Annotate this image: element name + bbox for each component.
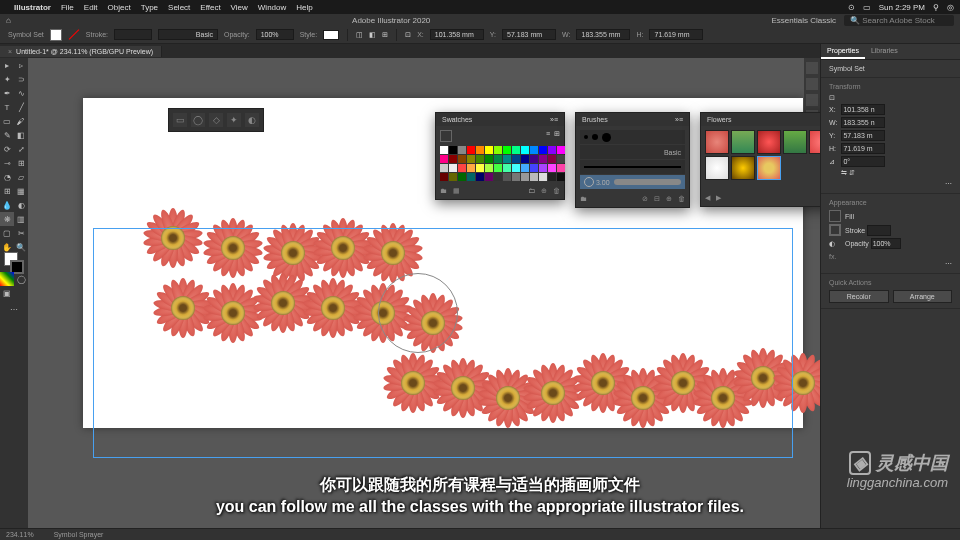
symbol-sprayer-tool[interactable]: ❋ (0, 212, 14, 226)
panel-menu-icon[interactable]: »≡ (675, 116, 683, 123)
prop-x-field[interactable] (841, 104, 885, 115)
opacity-field[interactable] (256, 29, 294, 40)
properties-tab[interactable]: Properties (821, 44, 865, 59)
new-brush-icon[interactable]: ⊕ (666, 195, 672, 203)
swatch[interactable] (530, 155, 538, 163)
prop-w-field[interactable] (841, 117, 885, 128)
battery-icon[interactable]: ▭ (863, 3, 871, 12)
close-tab-icon[interactable]: × (8, 48, 12, 55)
swatch[interactable] (440, 173, 448, 181)
swatch[interactable] (458, 173, 466, 181)
variable-width-profile[interactable]: Basic (158, 29, 218, 40)
brush-libraries-icon[interactable]: 🖿 (580, 195, 587, 203)
swatch[interactable] (530, 173, 538, 181)
shaper-tool[interactable]: ✎ (0, 128, 14, 142)
rotate-tool[interactable]: ⟳ (0, 142, 14, 156)
menu-effect[interactable]: Effect (200, 3, 220, 12)
reference-point-icon[interactable]: ⊡ (405, 31, 411, 39)
swatch[interactable] (458, 146, 466, 154)
swatch[interactable] (485, 164, 493, 172)
selection-tool[interactable]: ▸ (0, 58, 14, 72)
delete-swatch-icon[interactable]: 🗑 (553, 187, 560, 195)
swatch[interactable] (521, 164, 529, 172)
no-fill-icon[interactable] (68, 29, 80, 41)
swatch[interactable] (548, 146, 556, 154)
symbol-next-icon[interactable]: ▶ (716, 194, 721, 202)
swatch[interactable] (557, 155, 565, 163)
swatch[interactable] (503, 164, 511, 172)
prop-y-field[interactable] (841, 130, 885, 141)
swatch[interactable] (512, 146, 520, 154)
rectangle-tool[interactable]: ▭ (0, 114, 14, 128)
fill-stroke-swatches[interactable] (0, 254, 28, 272)
perspective-tool[interactable]: ▱ (14, 170, 28, 184)
swatch[interactable] (485, 155, 493, 163)
swatch[interactable] (458, 164, 466, 172)
swatch[interactable] (494, 173, 502, 181)
scale-tool[interactable]: ⤢ (14, 142, 28, 156)
brushes-panel[interactable]: Brushes»≡ Basic 3.00 🖿 ⊘ ⊟ ⊕ 🗑 (575, 112, 690, 208)
siri-icon[interactable]: ◎ (947, 3, 954, 12)
symbol-shifter-icon[interactable]: ▭ (173, 113, 187, 127)
w-field[interactable] (576, 29, 630, 40)
swatch[interactable] (557, 146, 565, 154)
fill-swatch[interactable] (829, 210, 841, 222)
symbol-spinner-icon[interactable]: ✦ (227, 113, 241, 127)
zoom-level[interactable]: 234.11% (6, 531, 34, 538)
align-icon[interactable]: ◫ (356, 31, 363, 39)
symbol-sizer-icon[interactable]: ◇ (209, 113, 223, 127)
swatch[interactable] (449, 164, 457, 172)
line-tool[interactable]: ╱ (14, 100, 28, 114)
wifi-icon[interactable]: ⊙ (848, 3, 855, 12)
swatches-panel-icon[interactable] (806, 78, 818, 90)
flower-symbol-instance[interactable] (361, 221, 425, 285)
draw-mode-icon[interactable]: ◯ (14, 272, 28, 286)
menu-type[interactable]: Type (141, 3, 158, 12)
symbol-item[interactable] (705, 130, 729, 154)
width-tool[interactable]: ⊸ (0, 156, 14, 170)
swatch[interactable] (476, 146, 484, 154)
swatch-kind-icon[interactable]: ▦ (453, 187, 460, 195)
swatch[interactable] (494, 164, 502, 172)
swatch-options-icon[interactable]: ⊞ (554, 130, 560, 142)
brush-item[interactable] (580, 130, 685, 144)
swatch[interactable] (467, 155, 475, 163)
menu-help[interactable]: Help (296, 3, 312, 12)
swatch[interactable] (440, 155, 448, 163)
x-field[interactable] (430, 29, 484, 40)
shape-mode-icon[interactable]: ◧ (369, 31, 376, 39)
symbol-item[interactable] (731, 156, 755, 180)
edit-toolbar-icon[interactable]: ⋯ (0, 300, 28, 318)
flip-horizontal-icon[interactable]: ⇋ ⇵ (841, 169, 952, 177)
stroke-swatch[interactable] (829, 224, 841, 236)
blend-tool[interactable]: ◐ (14, 198, 28, 212)
brush-item[interactable]: Basic (580, 145, 685, 159)
adobe-stock-search[interactable]: 🔍 Search Adobe Stock (844, 15, 954, 26)
pen-tool[interactable]: ✒ (0, 86, 14, 100)
magic-wand-tool[interactable]: ✦ (0, 72, 14, 86)
direct-selection-tool[interactable]: ▹ (14, 58, 28, 72)
brushes-panel-icon[interactable] (806, 94, 818, 106)
swatch[interactable] (512, 155, 520, 163)
symbols-panel[interactable]: Flowers»≡ ◀ ▶ (700, 112, 838, 207)
artboard-tool[interactable]: ▢ (0, 226, 14, 240)
slice-tool[interactable]: ✂ (14, 226, 28, 240)
swatch[interactable] (494, 146, 502, 154)
swatch[interactable] (440, 164, 448, 172)
prop-angle-field[interactable] (841, 156, 885, 167)
screen-mode-icon[interactable]: ▣ (0, 286, 14, 300)
symbol-prev-icon[interactable]: ◀ (705, 194, 710, 202)
menu-select[interactable]: Select (168, 3, 190, 12)
swatch-libraries-icon[interactable]: 🖿 (440, 187, 447, 195)
document-tab[interactable]: × Untitled-1* @ 234.11% (RGB/GPU Preview… (0, 46, 162, 57)
prop-h-field[interactable] (841, 143, 885, 154)
fill-swatch-icon[interactable] (50, 29, 62, 41)
swatch[interactable] (503, 173, 511, 181)
symbol-stainer-icon[interactable]: ◐ (245, 113, 259, 127)
new-color-group-icon[interactable]: 🗀 (528, 187, 535, 195)
libraries-tab[interactable]: Libraries (865, 44, 904, 59)
symbol-item[interactable] (705, 156, 729, 180)
swatch[interactable] (476, 164, 484, 172)
swatch-list-view-icon[interactable]: ≡ (546, 130, 550, 142)
menu-view[interactable]: View (231, 3, 248, 12)
